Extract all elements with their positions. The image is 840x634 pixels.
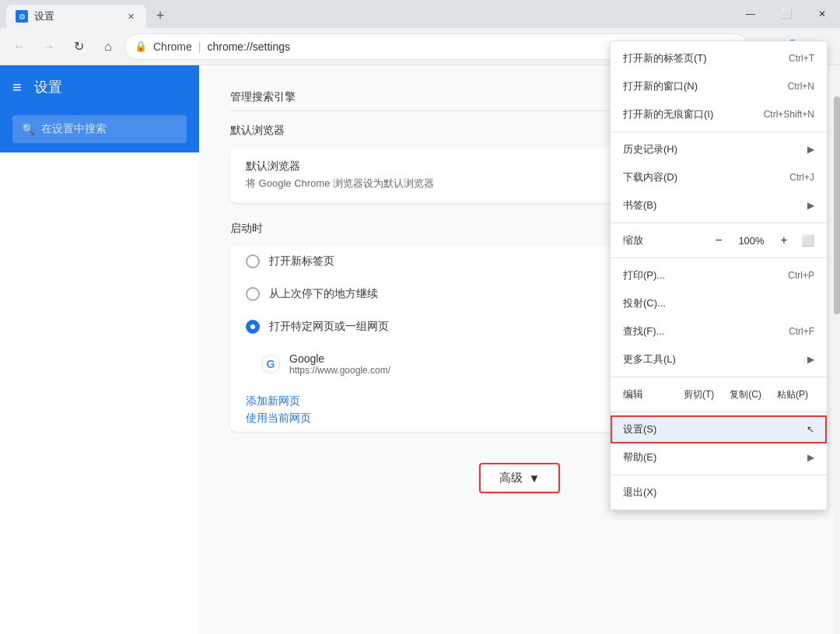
copy-button[interactable]: 复制(C) xyxy=(723,385,768,405)
sidebar-title: 设置 xyxy=(34,78,62,96)
menu-item-settings[interactable]: 设置(S) ↖ xyxy=(611,415,827,443)
active-tab[interactable]: ⚙ 设置 ✕ xyxy=(6,5,146,28)
close-button[interactable]: ✕ xyxy=(804,0,840,28)
cursor-placeholder: ↖ xyxy=(807,424,814,435)
menu-item-new-window[interactable]: 打开新的窗口(N) Ctrl+N xyxy=(611,72,827,100)
minimize-button[interactable]: — xyxy=(733,0,768,28)
sidebar-search-container: 🔍 在设置中搜索 xyxy=(0,109,199,152)
home-button[interactable]: ⌂ xyxy=(95,33,121,60)
menu-item-incognito-shortcut: Ctrl+Shift+N xyxy=(764,109,814,120)
menu-item-help-arrow: ▶ xyxy=(807,452,814,463)
menu-item-find-label: 查找(F)... xyxy=(623,324,664,338)
menu-item-more-tools[interactable]: 更多工具(L) ▶ xyxy=(611,345,827,373)
restore-button[interactable]: ⬜ xyxy=(768,0,804,28)
back-button[interactable]: ← xyxy=(6,33,33,60)
window-controls: — ⬜ ✕ xyxy=(733,0,840,28)
advanced-arrow-icon: ▼ xyxy=(529,471,541,485)
zoom-row: 缩放 − 100% + ⬜ xyxy=(611,226,827,254)
menu-item-history[interactable]: 历史记录(H) ▶ xyxy=(611,135,827,163)
menu-item-bookmarks[interactable]: 书签(B) ▶ xyxy=(611,191,827,219)
search-box[interactable]: 🔍 在设置中搜索 xyxy=(12,115,187,143)
menu-item-new-window-shortcut: Ctrl+N xyxy=(788,81,814,92)
tab-favicon: ⚙ xyxy=(16,10,28,23)
secure-icon: 🔒 xyxy=(135,40,147,52)
menu-divider-1 xyxy=(611,131,827,132)
menu-item-bookmarks-arrow: ▶ xyxy=(807,200,814,211)
browser-name-label: Chrome xyxy=(153,40,192,53)
default-browser-title: 默认浏览器 xyxy=(246,159,434,173)
default-browser-info: 默认浏览器 将 Google Chrome 浏览器设为默认浏览器 xyxy=(246,159,434,191)
advanced-label: 高级 xyxy=(499,471,523,485)
menu-item-help-label: 帮助(E) xyxy=(623,450,656,464)
menu-item-more-tools-arrow: ▶ xyxy=(807,354,814,365)
menu-item-more-tools-label: 更多工具(L) xyxy=(623,352,676,366)
menu-item-new-window-label: 打开新的窗口(N) xyxy=(623,79,698,93)
menu-divider-3 xyxy=(611,257,827,258)
hamburger-icon[interactable]: ≡ xyxy=(12,79,22,96)
menu-divider-4 xyxy=(611,377,827,377)
radio-continue[interactable] xyxy=(246,287,260,301)
menu-item-history-arrow: ▶ xyxy=(807,144,814,155)
zoom-label: 缩放 xyxy=(623,233,702,247)
menu-item-new-tab-label: 打开新的标签页(T) xyxy=(623,51,707,65)
menu-item-history-label: 历史记录(H) xyxy=(623,142,677,156)
zoom-value: 100% xyxy=(736,235,767,247)
titlebar: ⚙ 设置 ✕ + — ⬜ ✕ xyxy=(0,0,840,28)
edit-row: 编辑 剪切(T) 复制(C) 粘贴(P) xyxy=(611,380,827,408)
sidebar-header: ≡ 设置 xyxy=(0,65,199,109)
zoom-minus-button[interactable]: − xyxy=(708,229,730,251)
menu-item-exit-label: 退出(X) xyxy=(623,485,656,499)
startup-option3-label: 打开特定网页或一组网页 xyxy=(269,320,389,334)
menu-divider-5 xyxy=(611,412,827,412)
menu-item-downloads-label: 下载内容(D) xyxy=(623,170,677,184)
startup-option1-label: 打开新标签页 xyxy=(269,254,334,268)
cut-button[interactable]: 剪切(T) xyxy=(677,385,720,405)
address-separator: | xyxy=(198,40,201,53)
scrollbar-track[interactable] xyxy=(834,65,840,634)
search-icon: 🔍 xyxy=(22,123,35,135)
menu-divider-2 xyxy=(611,222,827,223)
menu-item-incognito[interactable]: 打开新的无痕窗口(I) Ctrl+Shift+N xyxy=(611,100,827,128)
menu-item-downloads[interactable]: 下载内容(D) Ctrl+J xyxy=(611,163,827,191)
menu-item-find[interactable]: 查找(F)... Ctrl+F xyxy=(611,317,827,345)
radio-specific[interactable] xyxy=(246,320,260,334)
startup-option2-label: 从上次停下的地方继续 xyxy=(269,287,378,301)
paste-button[interactable]: 粘贴(P) xyxy=(771,385,814,405)
menu-item-new-tab[interactable]: 打开新的标签页(T) Ctrl+T xyxy=(611,44,827,72)
advanced-button[interactable]: 高级 ▼ xyxy=(479,463,561,493)
tab-title: 设置 xyxy=(34,9,54,23)
google-logo: G xyxy=(261,355,280,373)
new-tab-button[interactable]: + xyxy=(149,5,171,26)
menu-item-cast[interactable]: 投射(C)... xyxy=(611,289,827,317)
radio-newtab[interactable] xyxy=(246,254,260,268)
zoom-plus-button[interactable]: + xyxy=(773,229,795,251)
default-browser-desc: 将 Google Chrome 浏览器设为默认浏览器 xyxy=(246,177,434,191)
menu-item-find-shortcut: Ctrl+F xyxy=(789,326,814,337)
zoom-expand-button[interactable]: ⬜ xyxy=(801,234,814,247)
sidebar: ≡ 设置 🔍 在设置中搜索 xyxy=(0,65,199,634)
menu-item-downloads-shortcut: Ctrl+J xyxy=(789,172,814,183)
edit-label: 编辑 xyxy=(623,387,674,401)
menu-divider-6 xyxy=(611,475,827,475)
menu-item-help[interactable]: 帮助(E) ▶ xyxy=(611,443,827,471)
tab-close-button[interactable]: ✕ xyxy=(124,10,137,23)
menu-item-incognito-label: 打开新的无痕窗口(I) xyxy=(623,107,713,121)
menu-item-print-shortcut: Ctrl+P xyxy=(788,270,814,281)
context-menu: 打开新的标签页(T) Ctrl+T 打开新的窗口(N) Ctrl+N 打开新的无… xyxy=(610,40,828,510)
search-placeholder: 在设置中搜索 xyxy=(41,122,107,136)
menu-item-exit[interactable]: 退出(X) xyxy=(611,478,827,506)
scrollbar-thumb[interactable] xyxy=(834,96,840,314)
menu-item-new-tab-shortcut: Ctrl+T xyxy=(789,53,814,64)
refresh-button[interactable]: ↻ xyxy=(65,33,92,60)
menu-item-bookmarks-label: 书签(B) xyxy=(623,198,656,212)
menu-item-cast-label: 投射(C)... xyxy=(623,296,666,310)
forward-button[interactable]: → xyxy=(36,33,62,60)
menu-item-print-label: 打印(P)... xyxy=(623,268,665,282)
menu-item-print[interactable]: 打印(P)... Ctrl+P xyxy=(611,261,827,289)
menu-item-settings-label: 设置(S) xyxy=(623,422,656,436)
